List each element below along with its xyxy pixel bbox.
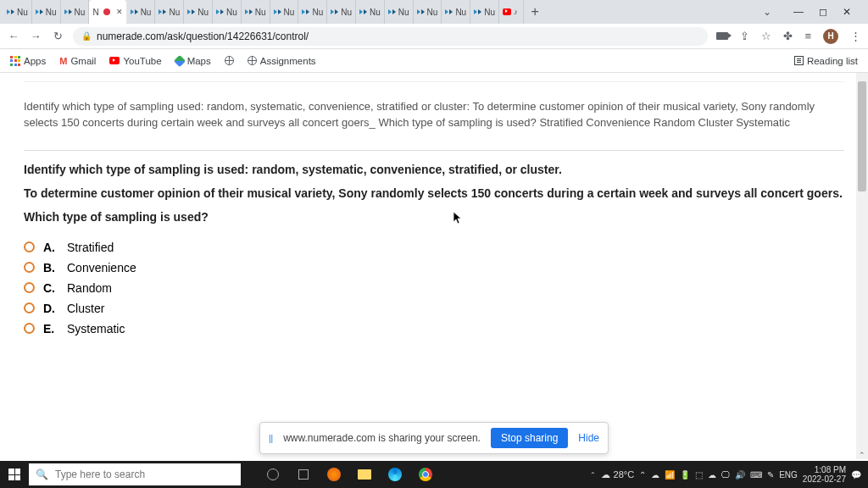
tray-overflow-icon[interactable]: ⌃ [639,470,646,480]
radio-icon[interactable] [24,302,35,313]
bookmark-gmail[interactable]: M Gmail [59,56,96,66]
tab-title: Nu [255,8,266,17]
browser-tab[interactable]: Nu [155,0,184,24]
browser-tab[interactable]: Nu [327,0,356,24]
browser-tab[interactable]: ♪ [499,0,525,24]
radio-icon[interactable] [24,323,35,334]
weather-widget[interactable]: ☁ 28°C [601,469,635,480]
tab-title: Nu [484,8,495,17]
numerade-icon [36,9,43,14]
browser-tab[interactable]: Nu [127,0,156,24]
bookmark-star-icon[interactable]: ☆ [761,30,771,42]
tab-title: Nu [226,8,237,17]
firefox-icon[interactable] [319,461,349,488]
extensions-icon[interactable]: ✤ [783,30,793,42]
browser-tab[interactable]: Nu [414,0,442,24]
app-icon-1[interactable]: ⬚ [695,470,703,480]
reload-button[interactable]: ↻ [51,30,64,42]
edge-icon[interactable] [380,461,410,488]
browser-tab[interactable]: Nu [470,0,499,24]
cortana-icon[interactable] [258,461,288,488]
browser-tab[interactable]: Nu [270,0,299,24]
reading-list-button[interactable]: Reading list [794,56,858,66]
radio-icon[interactable] [24,262,35,273]
screen-share-bar: || www.numerade.com is sharing your scre… [259,422,609,454]
tray-chevron-icon[interactable]: ⌃ [590,471,596,479]
pen-icon[interactable]: ✎ [767,470,774,480]
page-viewport: Identify which type of sampling used: ra… [0,73,868,461]
bookmark-globe-1[interactable] [225,56,234,65]
close-tab-icon[interactable]: ✕ [116,8,123,16]
lock-icon: 🔒 [81,31,92,41]
hide-share-button[interactable]: Hide [578,432,599,444]
display-icon[interactable]: 🖵 [721,470,730,480]
radio-icon[interactable] [24,282,35,293]
option-row[interactable]: D.Cluster [24,302,844,315]
taskbar-search-input[interactable]: 🔍 Type here to search [29,463,241,485]
option-row[interactable]: C.Random [24,281,844,295]
new-tab-button[interactable]: + [524,4,545,19]
start-button[interactable] [0,461,29,488]
scrollbar-chevron-icon[interactable]: ⌃ [859,451,865,459]
address-bar[interactable]: 🔒 numerade.com/ask/question/14226631/con… [73,27,708,46]
profile-avatar[interactable]: H [823,29,838,44]
tab-overflow-chevron-icon[interactable]: ⌄ [763,6,771,18]
window-minimize-button[interactable]: — [793,6,804,18]
numerade-icon [159,9,166,14]
volume-icon[interactable]: 🔊 [735,470,745,480]
numerade-icon [245,9,253,14]
browser-tab[interactable]: Nu [32,0,61,24]
youtube-icon [503,8,511,15]
browser-tab[interactable]: Nu [442,0,470,24]
battery-icon[interactable]: 🔋 [680,470,690,480]
onedrive-icon[interactable]: ☁ [651,470,659,480]
notifications-icon[interactable]: 💬 [851,470,861,480]
vertical-scrollbar[interactable]: ⌃ [856,73,868,459]
keyboard-icon[interactable]: ⌨ [750,470,762,480]
option-row[interactable]: E.Systematic [24,322,844,336]
browser-tab[interactable]: Nu [385,0,414,24]
file-explorer-icon[interactable] [349,461,380,488]
task-view-icon[interactable] [288,461,319,488]
bookmark-youtube[interactable]: YouTube [109,56,161,66]
wifi-icon[interactable]: 📶 [665,470,675,480]
share-indicator-icon: || [269,434,273,443]
scrollbar-thumb[interactable] [858,81,866,191]
browser-tab[interactable]: Nu [184,0,213,24]
numerade-icon [64,9,72,14]
tab-title: Nu [75,8,86,17]
browser-tab[interactable]: Nu [356,0,385,24]
clock[interactable]: 1:08 PM 2022-02-27 [803,465,846,484]
tab-title: Nu [141,8,152,17]
stop-sharing-button[interactable]: Stop sharing [491,428,568,448]
share-icon[interactable]: ⇪ [740,30,749,42]
option-row[interactable]: B.Convenience [24,261,844,274]
numerade-icon [302,9,309,14]
app-icon-2[interactable]: ☁ [708,470,716,480]
bookmark-maps[interactable]: Maps [175,56,211,66]
option-text: Stratified [67,241,114,254]
language-indicator[interactable]: ENG [779,470,798,480]
chrome-icon[interactable] [410,461,441,488]
page-label: N [92,8,98,17]
window-maximize-button[interactable]: ◻ [819,6,827,18]
forward-button[interactable]: → [29,30,42,42]
option-text: Cluster [67,302,104,315]
browser-tab[interactable]: Nu [61,0,90,24]
bookmark-apps[interactable]: Apps [10,56,46,66]
radio-icon[interactable] [24,241,35,252]
browser-tab[interactable]: Nu [213,0,242,24]
window-close-button[interactable]: ✕ [843,6,851,18]
numerade-icon [216,9,224,14]
option-row[interactable]: A.Stratified [24,241,844,254]
reading-list-icon[interactable]: ≡ [804,30,811,42]
browser-tab[interactable]: Nu [298,0,327,24]
bookmark-assignments[interactable]: Assignments [248,56,316,66]
tab-title: Nu [370,8,381,17]
browser-tab[interactable]: N✕ [89,0,126,24]
camera-indicator-icon[interactable] [716,32,728,40]
browser-tab[interactable]: Nu [242,0,270,24]
kebab-menu-icon[interactable]: ⋮ [850,30,861,42]
back-button[interactable]: ← [7,30,20,42]
browser-tab[interactable]: Nu [3,0,32,24]
